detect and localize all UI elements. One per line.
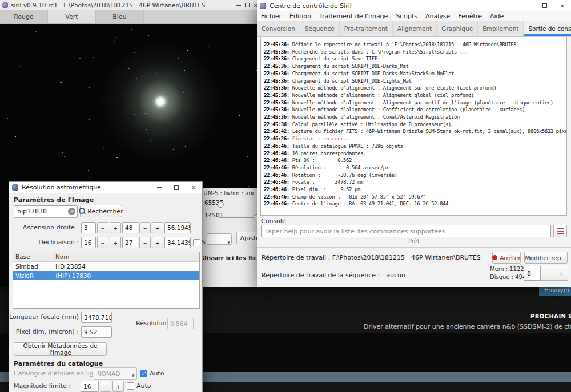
minimize-icon[interactable]: [518, 0, 536, 11]
dec-minutes-field[interactable]: 27: [122, 237, 138, 248]
ra-minutes-field[interactable]: 48: [122, 222, 138, 233]
tab-rouge[interactable]: Rouge: [0, 10, 48, 23]
maximize-icon[interactable]: [243, 0, 251, 10]
dec-degrees-field[interactable]: 16: [81, 237, 96, 248]
decrement-button[interactable]: [541, 266, 554, 281]
log-message: Nouvelle méthode d'alignement : Aligneme…: [292, 100, 553, 106]
menu-edition[interactable]: Édition: [286, 11, 315, 21]
change-dir-button[interactable]: Modifier rep...: [524, 252, 568, 264]
tab-sequence[interactable]: Séquence: [300, 21, 340, 36]
cell-base: Simbad: [13, 262, 53, 271]
dec-minutes-plus-button[interactable]: [152, 237, 163, 248]
control-titlebar: Centre de contrôle de Siril: [257, 0, 571, 11]
log-message: Chargement du script SCRIPT_DOE-Darks_Ma…: [292, 63, 409, 69]
close-icon[interactable]: [553, 0, 571, 11]
thread-count-value[interactable]: 8: [524, 266, 541, 281]
menu-fenetre[interactable]: Fenêtre: [454, 11, 486, 21]
star: [72, 80, 73, 80]
ra-minutes-plus-button[interactable]: [152, 222, 163, 233]
tab-empilement[interactable]: Empilement: [478, 21, 524, 36]
get-metadata-button[interactable]: Obtenir Métadonnées de l'Image: [14, 342, 107, 356]
catalogue-auto-checkbox[interactable]: [140, 370, 147, 377]
magnitude-plus-button[interactable]: [112, 381, 124, 392]
dec-degrees-minus-button[interactable]: [97, 237, 108, 248]
close-icon[interactable]: [185, 182, 202, 193]
column-header-nom[interactable]: Nom: [53, 252, 70, 261]
star: [89, 177, 90, 178]
minimize-icon[interactable]: [234, 0, 243, 10]
star: [251, 84, 252, 84]
control-window-title: Centre de contrôle de Siril: [270, 2, 518, 10]
star: [240, 33, 240, 34]
tab-alignement[interactable]: Alignement: [393, 21, 437, 36]
magnitude-field[interactable]: 16: [81, 381, 99, 392]
results-table: Base Nom SimbadHD 23854VizieR(HIP) 17830: [13, 252, 200, 309]
level-high-slider[interactable]: [219, 205, 260, 205]
ra-hours-plus-button[interactable]: [110, 222, 121, 233]
tab-conversion[interactable]: Conversion: [257, 21, 300, 36]
menu-traitement-de-l-image[interactable]: Traitement de l'image: [315, 11, 392, 21]
log-line: 22:46:46: Focale : 3478.72 mm: [264, 179, 564, 186]
console-log[interactable]: 22:45:36: Définir le répertoire de trava…: [260, 37, 567, 216]
ra-minutes-minus-button[interactable]: [139, 222, 151, 233]
minimize-icon[interactable]: [151, 182, 168, 193]
log-line: 22:45:36: Nouvelle méthode d'alignement …: [264, 92, 564, 99]
star: [15, 136, 16, 137]
column-header-base[interactable]: Base: [13, 252, 53, 261]
desktop: Envoyer la PROCHAIN SUJE Driver alternat…: [0, 0, 571, 392]
log-message: Chargement du script SCRIPT_DOE-Darks_Ma…: [292, 71, 454, 76]
ra-seconds-field[interactable]: 56.1945: [164, 222, 191, 233]
menu-fichier[interactable]: Fichier: [257, 11, 286, 21]
log-line: 22:46:46: Centre de l'image : RA: 03 49 …: [264, 200, 564, 208]
table-row[interactable]: VizieR(HIP) 17830: [13, 271, 199, 280]
tab-pre-traitement[interactable]: Pré-traitement: [340, 21, 393, 36]
increment-button[interactable]: [554, 266, 568, 281]
star: [242, 170, 242, 171]
focal-length-field[interactable]: 3478.718: [81, 312, 112, 323]
tab-sortie-de-console[interactable]: Sortie de console: [524, 21, 571, 36]
siril-control-window: Centre de contrôle de Siril FichierÉditi…: [257, 0, 571, 287]
dec-minutes-minus-button[interactable]: [139, 237, 151, 248]
maximize-icon[interactable]: [536, 0, 553, 11]
tab-bleu[interactable]: Bleu: [96, 10, 144, 23]
magnitude-auto-checkbox[interactable]: [127, 382, 134, 390]
stop-button[interactable]: Arrêter: [492, 252, 521, 264]
star: [114, 41, 115, 42]
command-log-button[interactable]: [553, 225, 567, 237]
star: [50, 79, 50, 79]
maximize-icon[interactable]: [168, 182, 185, 193]
level-high-slider-handle[interactable]: [218, 201, 224, 208]
tab-vert[interactable]: Vert: [48, 10, 96, 23]
pixel-size-field[interactable]: 9.52: [81, 326, 112, 338]
ra-hours-minus-button[interactable]: [97, 222, 108, 233]
menu-aide[interactable]: Aide: [486, 11, 508, 21]
catalogue-label: Catalogue d'étoiles en ligne :: [14, 368, 106, 379]
menu-analyse[interactable]: Analyse: [421, 11, 454, 21]
dec-degrees-plus-button[interactable]: [110, 237, 121, 248]
cell-base: VizieR: [13, 271, 53, 280]
adjust-button[interactable]: Ajuster: [236, 232, 260, 244]
dec-seconds-field[interactable]: 34.1439: [164, 237, 191, 248]
log-line: 22:45:36: Nouvelle méthode d'alignement …: [264, 84, 564, 92]
search-button[interactable]: Rechercher: [80, 205, 122, 217]
log-line: 22:45:36: Chargement du script SCRIPT_DO…: [264, 78, 564, 85]
driver-topic-link[interactable]: Driver alternatif pour une ancienne camé…: [364, 323, 571, 330]
magnitude-minus-button[interactable]: [100, 381, 111, 392]
working-dir-label: Répertoire de travail : F:\Photos\2018\1…: [262, 254, 489, 261]
clear-icon[interactable]: [68, 208, 75, 215]
menu-scripts[interactable]: Scripts: [392, 11, 421, 21]
star: [35, 31, 37, 32]
pixel-size-label: Pixel dim. (micron) :: [9, 326, 79, 338]
log-timestamp: 22:45:36:: [264, 63, 292, 69]
south-checkbox[interactable]: [193, 239, 200, 246]
display-mode-dropdown[interactable]: [207, 233, 232, 245]
table-row[interactable]: SimbadHD 23854: [13, 262, 199, 271]
catalogue-dropdown[interactable]: NOMAD: [94, 367, 137, 380]
command-input[interactable]: [261, 225, 551, 237]
ra-hours-field[interactable]: 3: [81, 222, 96, 233]
log-message: Pixel dim. : 9.52 µm: [292, 187, 360, 192]
control-app-icon: [260, 3, 266, 9]
log-timestamp: 22:46:46:: [264, 194, 292, 200]
tab-graphique[interactable]: Graphique: [437, 21, 478, 36]
star: [28, 80, 29, 80]
